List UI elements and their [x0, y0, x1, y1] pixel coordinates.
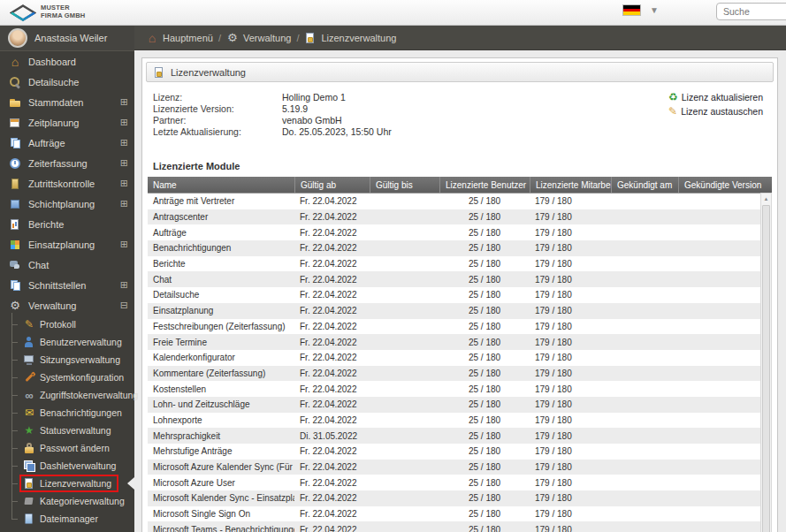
search-input[interactable]: [716, 3, 786, 20]
sidebar-subitem-passwort-ndern[interactable]: Passwort ändern: [0, 439, 134, 457]
sidebar-item-berichte[interactable]: Berichte: [0, 214, 134, 234]
expand-icon[interactable]: ⊞: [120, 239, 128, 250]
table-row[interactable]: DetailsucheFr. 22.04.202225 / 180179 / 1…: [148, 287, 760, 303]
table-row[interactable]: BerichteFr. 22.04.202225 / 180179 / 180: [148, 256, 760, 272]
cell-lizenzierte-benutzer: 25 / 180: [439, 275, 530, 285]
sidebar-item-label: Einsatzplanung: [28, 239, 95, 250]
cell-g-ltig-ab: Fr. 22.04.2022: [294, 446, 370, 456]
expand-icon[interactable]: ⊞: [120, 137, 128, 148]
user-profile[interactable]: Anastasia Weiler: [0, 26, 134, 51]
logo-diamond-icon: [10, 4, 36, 22]
cell-lizenzierte-benutzer: 25 / 180: [439, 243, 530, 253]
breadcrumb-verwaltung[interactable]: ⚙ Verwaltung: [226, 32, 291, 44]
sidebar-item-dashboard[interactable]: ⌂Dashboard: [0, 51, 134, 72]
sidebar-item-einsatzplanung[interactable]: Einsatzplanung⊞: [0, 234, 134, 255]
sidebar-item-label: Berichte: [28, 219, 64, 230]
table-row[interactable]: EinsatzplanungFr. 22.04.202225 / 180179 …: [148, 303, 760, 319]
subitem-inner: Dashletverwaltung: [19, 457, 123, 475]
gear-icon: ⚙: [226, 32, 239, 44]
expand-icon[interactable]: ⊞: [120, 117, 128, 128]
table-body: Anträge mit VertreterFr. 22.04.202225 / …: [148, 194, 760, 532]
table-row[interactable]: AntragscenterFr. 22.04.202225 / 180179 /…: [148, 209, 760, 225]
table-scrollbar[interactable]: ▲: [760, 193, 772, 532]
sidebar-subitem-label: Benachrichtigungen: [40, 407, 122, 418]
scroll-up-icon[interactable]: ▲: [761, 194, 771, 203]
cell-name: Microsoft Single Sign On: [148, 509, 294, 519]
subitem-inner: Kategorieverwaltung: [19, 492, 132, 510]
cell-name: Anträge mit Vertreter: [148, 196, 294, 206]
table-row[interactable]: KalenderkonfiguratorFr. 22.04.202225 / 1…: [148, 350, 760, 366]
table-row[interactable]: Microsoft Teams - BenachrichtigungenFr. …: [148, 521, 760, 532]
sidebar-item-chat[interactable]: Chat: [0, 255, 134, 275]
table-row[interactable]: Mehrstufige AnträgeFr. 22.04.202225 / 18…: [148, 444, 760, 460]
table-row[interactable]: Microsoft Single Sign OnFr. 22.04.202225…: [148, 506, 760, 522]
table-row[interactable]: Freie TermineFr. 22.04.202225 / 180179 /…: [148, 334, 760, 350]
table-row[interactable]: Festschreibungen (Zeiterfassung)Fr. 22.0…: [148, 319, 760, 335]
expand-icon[interactable]: ⊞: [120, 198, 128, 209]
table-row[interactable]: Microsoft Kalender Sync - Einsatzplanung…: [148, 490, 760, 506]
sidebar-item-schichtplanung[interactable]: Schichtplanung⊞: [0, 194, 134, 214]
sidebar-subitem-label: Dateimanager: [40, 513, 98, 524]
table-row[interactable]: KostenstellenFr. 22.04.202225 / 180179 /…: [148, 381, 760, 397]
table-row[interactable]: BenachrichtigungenFr. 22.04.202225 / 180…: [148, 240, 760, 256]
german-flag-icon: [622, 4, 641, 16]
column-header-gekuendigt-am[interactable]: Gekündigt am: [611, 177, 678, 193]
cell-g-ltig-ab: Fr. 22.04.2022: [294, 478, 370, 488]
sidebar-subitem-benutzerverwaltung[interactable]: Benutzerverwaltung: [0, 333, 134, 351]
sidebar-item-detailsuche[interactable]: Detailsuche: [0, 72, 134, 92]
sidebar-subitem-zugriffstokenverwaltung[interactable]: ∞Zugriffstokenverwaltung: [0, 386, 134, 404]
table-row[interactable]: AufträgeFr. 22.04.202225 / 180179 / 180: [148, 224, 760, 240]
column-header-gueltig-bis[interactable]: Gültig bis: [370, 177, 439, 193]
table-row[interactable]: Microsoft Azure UserFr. 22.04.202225 / 1…: [148, 475, 760, 490]
sidebar-subitem-kategorieverwaltung[interactable]: Kategorieverwaltung: [0, 492, 134, 510]
column-header-gueltig-ab[interactable]: Gültig ab: [294, 177, 370, 193]
table-row[interactable]: Kommentare (Zeiterfassung)Fr. 22.04.2022…: [148, 366, 760, 382]
language-selector[interactable]: ▼: [622, 4, 659, 16]
sidebar-subitem-dateimanager[interactable]: Dateimanager: [0, 510, 134, 528]
cell-g-ltig-ab: Fr. 22.04.2022: [294, 259, 370, 269]
column-header-lizenzierte-benutzer[interactable]: Lizenzierte Benutzer: [439, 177, 530, 193]
column-header-lizenzierte-mitarbeiter[interactable]: Lizenzierte Mitarbeiter: [530, 177, 611, 193]
table-row[interactable]: Microsoft Azure Kalender Sync (Für den K…: [148, 460, 760, 475]
breadcrumb-hauptmenu[interactable]: ⌂ Hauptmenü: [146, 32, 213, 44]
table-row[interactable]: Lohn- und ZeitzuschlägeFr. 22.04.202225 …: [148, 397, 760, 413]
sidebar-subitem-systemkonfiguration[interactable]: Systemkonfiguration: [0, 369, 134, 386]
sidebar-subitem-lizenzverwaltung[interactable]: Lizenzverwaltung: [0, 475, 134, 492]
column-header-name[interactable]: Name: [148, 177, 294, 193]
table-row[interactable]: Anträge mit VertreterFr. 22.04.202225 / …: [148, 194, 760, 209]
breadcrumb-lizenzverwaltung[interactable]: Lizenzverwaltung: [304, 32, 396, 44]
sidebar-subitem-dashletverwaltung[interactable]: Dashletverwaltung: [0, 457, 134, 475]
cell-lizenzierte-benutzer: 25 / 180: [439, 353, 530, 362]
table-row[interactable]: ChatFr. 22.04.202225 / 180179 / 180: [148, 271, 760, 287]
sidebar-subitem-protokoll[interactable]: ✎Protokoll: [0, 315, 134, 333]
cell-g-ltig-ab: Fr. 22.04.2022: [294, 369, 370, 378]
sidebar-subitem-statusverwaltung[interactable]: ★Statusverwaltung: [0, 422, 134, 439]
cell-g-ltig-ab: Fr. 22.04.2022: [294, 384, 370, 394]
table-row[interactable]: LohnexporteFr. 22.04.202225 / 180179 / 1…: [148, 413, 760, 429]
sidebar-item-verwaltung[interactable]: ⚙Verwaltung⊟: [0, 295, 134, 315]
column-header-gekuendigte-version[interactable]: Gekündigte Version: [678, 177, 772, 193]
cell-lizenzierte-mitarbeiter: 179 / 180: [530, 353, 611, 362]
license-icon: [304, 32, 317, 44]
expand-icon[interactable]: ⊞: [120, 279, 128, 291]
expand-icon[interactable]: ⊞: [120, 178, 128, 189]
expand-icon[interactable]: ⊞: [120, 157, 128, 169]
sidebar-item-label: Zeitplanung: [28, 118, 80, 128]
collapse-icon[interactable]: ⊟: [120, 300, 128, 311]
sidebar-subitem-sitzungsverwaltung[interactable]: Sitzungsverwaltung: [0, 351, 134, 369]
update-license-link[interactable]: ♻ Lizenz aktualisieren: [668, 92, 763, 103]
subitem-inner: Passwort ändern: [19, 439, 117, 457]
sidebar-item-zeiterfassung[interactable]: Zeiterfassung⊞: [0, 153, 134, 173]
table-row[interactable]: MehrsprachigkeitDi. 31.05.202225 / 18017…: [148, 428, 760, 444]
cell-lizenzierte-mitarbeiter: 179 / 180: [530, 431, 611, 441]
sidebar-item-zutrittskontrolle[interactable]: Zutrittskontrolle⊞: [0, 173, 134, 194]
sidebar-item-stammdaten[interactable]: Stammdaten⊞: [0, 92, 134, 112]
exchange-license-link[interactable]: ✎ Lizenz austauschen: [668, 106, 763, 117]
sidebar-item-auftr-ge[interactable]: Aufträge⊞: [0, 133, 134, 153]
sidebar-item-schnittstellen[interactable]: Schnittstellen⊞: [0, 275, 134, 295]
expand-icon[interactable]: ⊞: [120, 96, 128, 108]
cell-g-ltig-ab: Fr. 22.04.2022: [294, 243, 370, 253]
scrollbar-thumb[interactable]: [762, 205, 770, 532]
sidebar-item-zeitplanung[interactable]: Zeitplanung⊞: [0, 112, 134, 133]
sidebar-subitem-benachrichtigungen[interactable]: ✉Benachrichtigungen: [0, 404, 134, 422]
